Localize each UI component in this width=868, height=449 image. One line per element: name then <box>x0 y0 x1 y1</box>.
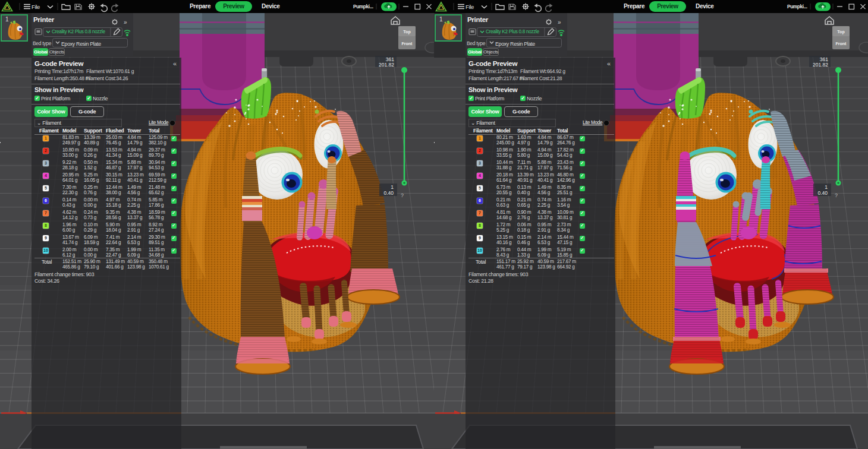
svg-text:0.40: 0.40 <box>817 190 828 196</box>
svg-text:1: 1 <box>825 184 828 190</box>
svg-text:201.82: 201.82 <box>813 62 828 68</box>
svg-text:Front: Front <box>836 42 847 46</box>
svg-text:201.82: 201.82 <box>379 62 394 68</box>
svg-text:»: » <box>558 19 561 26</box>
svg-text:?: ? <box>835 192 838 198</box>
svg-text:»: » <box>124 19 127 26</box>
svg-text:0.40: 0.40 <box>383 190 394 196</box>
svg-text:?: ? <box>401 192 404 198</box>
svg-text:Top: Top <box>403 30 410 34</box>
svg-text:Top: Top <box>837 30 844 34</box>
svg-text:Front: Front <box>402 42 413 46</box>
svg-text:1: 1 <box>391 184 394 190</box>
